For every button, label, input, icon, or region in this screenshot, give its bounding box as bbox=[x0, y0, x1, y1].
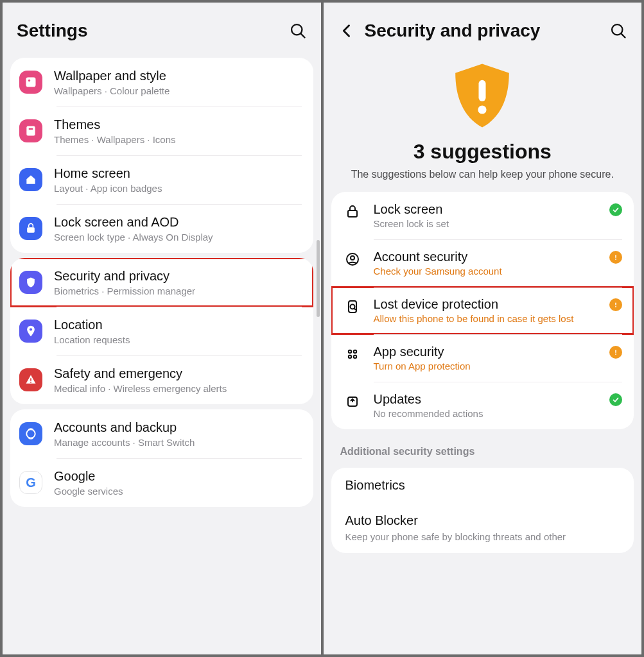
row-subtitle: Check your Samsung account bbox=[374, 266, 605, 277]
row-subtitle: Google services bbox=[54, 486, 302, 497]
shield-alert-icon bbox=[447, 60, 518, 131]
emergency-icon bbox=[19, 368, 42, 391]
settings-row-wallpaper-and-style[interactable]: Wallpaper and styleWallpapers · Colour p… bbox=[10, 58, 313, 107]
suggestions-title: 3 suggestions bbox=[343, 140, 623, 164]
settings-header: Settings bbox=[3, 3, 321, 53]
chevron-left-icon bbox=[338, 22, 356, 40]
row-text: Wallpaper and styleWallpapers · Colour p… bbox=[54, 68, 302, 96]
row-title: Biometrics bbox=[345, 478, 620, 493]
settings-group: Wallpaper and styleWallpapers · Colour p… bbox=[10, 58, 313, 253]
row-title: Security and privacy bbox=[54, 268, 302, 284]
svg-point-20 bbox=[350, 304, 354, 309]
row-subtitle: Screen lock type · Always On Display bbox=[54, 232, 302, 243]
status-orange-icon bbox=[609, 346, 622, 359]
svg-point-27 bbox=[353, 355, 356, 357]
row-title: Google bbox=[54, 468, 302, 484]
settings-row-lock-screen-and-aod[interactable]: Lock screen and AODScreen lock type · Al… bbox=[10, 204, 313, 253]
row-text: App securityTurn on App protection bbox=[374, 345, 605, 371]
svg-line-11 bbox=[622, 34, 625, 38]
search-icon bbox=[289, 22, 307, 40]
wallpaper-icon bbox=[19, 71, 42, 94]
row-title: App security bbox=[374, 345, 605, 359]
svg-rect-4 bbox=[26, 126, 35, 136]
settings-group: Security and privacyBiometrics · Permiss… bbox=[10, 258, 313, 404]
additional-card: BiometricsAuto BlockerKeep your phone sa… bbox=[331, 468, 634, 554]
setting-row-biometrics[interactable]: Biometrics bbox=[331, 468, 634, 503]
row-title: Wallpaper and style bbox=[54, 68, 302, 84]
settings-row-security-and-privacy[interactable]: Security and privacyBiometrics · Permiss… bbox=[10, 258, 313, 307]
row-subtitle: Keep your phone safe by blocking threats… bbox=[345, 531, 620, 543]
row-text: Security and privacyBiometrics · Permiss… bbox=[54, 268, 302, 296]
svg-rect-8 bbox=[30, 379, 31, 381]
suggestions-banner: 3 suggestions The suggestions below can … bbox=[324, 53, 642, 187]
row-subtitle: Layout · App icon badges bbox=[54, 183, 302, 194]
svg-line-21 bbox=[354, 308, 356, 310]
google-icon: G bbox=[19, 471, 42, 494]
row-text: Lock screen and AODScreen lock type · Al… bbox=[54, 214, 302, 243]
settings-row-home-screen[interactable]: Home screenLayout · App icon badges bbox=[10, 155, 313, 204]
row-title: Accounts and backup bbox=[54, 420, 302, 436]
row-title: Lock screen and AOD bbox=[54, 214, 302, 230]
suggestions-subtitle: The suggestions below can help keep your… bbox=[343, 167, 623, 182]
svg-point-13 bbox=[478, 105, 487, 114]
svg-rect-5 bbox=[29, 128, 33, 130]
svg-point-24 bbox=[348, 350, 351, 352]
apps-icon bbox=[343, 345, 362, 364]
svg-point-3 bbox=[28, 80, 30, 81]
location-icon bbox=[19, 320, 42, 343]
section-label-additional: Additional security settings bbox=[324, 434, 642, 463]
settings-group: Accounts and backupManage accounts · Sma… bbox=[10, 409, 313, 507]
back-button[interactable] bbox=[338, 22, 356, 40]
svg-point-7 bbox=[30, 328, 32, 330]
row-text: Account securityCheck your Samsung accou… bbox=[374, 250, 605, 277]
row-title: Location bbox=[54, 317, 302, 333]
row-subtitle: Medical info · Wireless emergency alerts bbox=[54, 383, 302, 394]
scrollbar-thumb[interactable] bbox=[317, 240, 320, 317]
svg-point-29 bbox=[615, 354, 616, 355]
settings-row-location[interactable]: LocationLocation requests bbox=[10, 307, 313, 355]
row-subtitle: Themes · Wallpapers · Icons bbox=[54, 134, 302, 145]
row-title: Account security bbox=[374, 250, 605, 264]
settings-row-google[interactable]: GGoogleGoogle services bbox=[10, 458, 313, 507]
themes-icon bbox=[19, 119, 42, 142]
row-subtitle: Allow this phone to be found in case it … bbox=[374, 313, 605, 324]
settings-screen: Settings Wallpaper and styleWallpapers ·… bbox=[3, 3, 321, 654]
row-text: Lock screenScreen lock is set bbox=[374, 202, 605, 229]
row-title: Home screen bbox=[54, 166, 302, 182]
accounts-icon bbox=[19, 422, 42, 445]
suggestions-card: Lock screenScreen lock is setAccount sec… bbox=[331, 192, 634, 429]
row-text: ThemesThemes · Wallpapers · Icons bbox=[54, 117, 302, 145]
row-text: Safety and emergencyMedical info · Wirel… bbox=[54, 366, 302, 394]
row-text: UpdatesNo recommended actions bbox=[374, 392, 605, 419]
status-green-icon bbox=[609, 393, 622, 406]
suggestion-row-lock-screen[interactable]: Lock screenScreen lock is set bbox=[331, 192, 634, 239]
settings-row-accounts-and-backup[interactable]: Accounts and backupManage accounts · Sma… bbox=[10, 409, 313, 458]
row-title: Themes bbox=[54, 117, 302, 133]
page-title: Security and privacy bbox=[365, 21, 610, 41]
lock-icon bbox=[19, 217, 42, 240]
row-subtitle: Location requests bbox=[54, 334, 302, 345]
svg-point-23 bbox=[615, 306, 616, 307]
svg-rect-14 bbox=[348, 210, 357, 217]
row-title: Auto Blocker bbox=[345, 513, 620, 528]
suggestion-row-lost-device-protection[interactable]: Lost device protectionAllow this phone t… bbox=[331, 287, 634, 334]
suggestion-row-account-security[interactable]: Account securityCheck your Samsung accou… bbox=[331, 239, 634, 287]
search-button[interactable] bbox=[609, 22, 627, 40]
settings-row-safety-and-emergency[interactable]: Safety and emergencyMedical info · Wirel… bbox=[10, 355, 313, 404]
account-icon bbox=[343, 250, 362, 269]
lock-icon bbox=[343, 202, 362, 221]
setting-row-auto-blocker[interactable]: Auto BlockerKeep your phone safe by bloc… bbox=[331, 503, 634, 554]
suggestion-row-updates[interactable]: UpdatesNo recommended actions bbox=[331, 382, 634, 429]
settings-row-themes[interactable]: ThemesThemes · Wallpapers · Icons bbox=[10, 107, 313, 155]
find-icon bbox=[343, 297, 362, 316]
row-subtitle: Biometrics · Permission manager bbox=[54, 286, 302, 296]
svg-point-25 bbox=[353, 350, 356, 352]
row-subtitle: Screen lock is set bbox=[374, 218, 605, 229]
status-orange-icon bbox=[609, 251, 622, 264]
row-subtitle: Wallpapers · Colour palette bbox=[54, 85, 302, 96]
suggestion-row-app-security[interactable]: App securityTurn on App protection bbox=[331, 334, 634, 382]
svg-rect-28 bbox=[615, 350, 616, 353]
search-button[interactable] bbox=[289, 22, 307, 40]
svg-point-16 bbox=[351, 256, 354, 260]
security-privacy-screen: Security and privacy 3 suggestions The s… bbox=[324, 3, 642, 654]
